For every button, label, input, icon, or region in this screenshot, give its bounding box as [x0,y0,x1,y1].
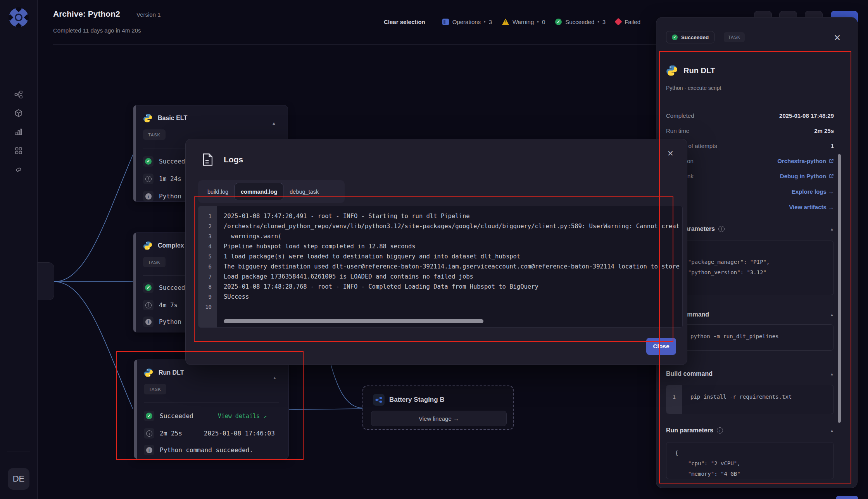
warning-icon [502,19,509,25]
detail-row-logs: LogsExplore logs → [666,188,834,195]
python-icon [143,241,152,250]
task-type-badge: TASK [143,257,166,267]
failed-icon [614,18,622,26]
log-line: 3 warnings.warn( [198,231,683,241]
task-title: Run DLT [159,369,184,376]
tab-build-log[interactable]: build.log [201,183,235,200]
succeeded-count: 3 [602,19,606,25]
card-divider [144,403,279,403]
explore-logs-link[interactable]: Explore logs → [792,188,834,195]
debug-link[interactable]: Debug in Python [780,173,834,179]
runtime-row: 1m 24s [143,174,181,184]
bottom-right-button-sliver[interactable] [836,496,858,499]
build-command-box: 1 pip install -r requirements.txt [666,385,834,414]
operations-count: 3 [489,19,492,25]
info-icon: i [144,445,154,455]
link-icon[interactable] [14,165,23,174]
log-line: 51 load package(s) were loaded to destin… [198,251,683,262]
check-icon: ✓ [672,34,678,40]
build-command-code: pip install -r requirements.txt [682,385,792,414]
status-row: ✓ Succeeded View details ↗ [144,411,279,421]
apps-grid-icon[interactable] [14,146,23,155]
detail-row-attempts: Number of attempts1 [666,142,834,150]
panel-task-title: Run DLT [683,66,715,75]
collapse-chevron-icon[interactable]: ▲ [830,428,834,433]
close-button[interactable]: Close [646,338,676,355]
card-accent-bar [133,233,136,332]
build-command-header: Build command ▲ [666,370,834,377]
log-line: 12025-01-08 17:47:20,491 - root - INFO -… [198,211,683,221]
edge-to-basic-elt [54,155,133,282]
collapse-chevron-icon[interactable]: ▲ [272,121,276,126]
collapse-chevron-icon[interactable]: ▲ [830,372,834,376]
page-title: Archive: Python2 [53,9,120,19]
run-parameters-code: { "cpu": "2 vCPU", "memory": "4 GB" [666,442,833,479]
log-line: 6The bigquery destination used dlt-user@… [198,262,683,272]
integration-link[interactable]: Orchestra-python [777,158,834,164]
collapse-chevron-icon[interactable]: ▲ [273,375,277,380]
view-details-link[interactable]: View details ↗ [218,413,267,420]
log-viewer: 12025-01-08 17:47:20,491 - root - INFO -… [198,206,683,328]
log-line: 7Load package 1736358441.6261005 is LOAD… [198,272,683,282]
version-label: Version 1 [136,11,161,18]
task-parameters-code: { "package_manager": "PIP", "python_vers… [666,241,833,288]
python-icon [143,114,152,123]
detail-row-runtime: Run time2m 25s [666,127,834,134]
log-line: 2/orchestra/cloned_python_repo/venv/lib/… [198,221,683,231]
horizontal-scrollbar[interactable] [224,319,483,323]
message-row: i Python command succeeded. [144,445,253,455]
modal-close-icon[interactable]: ✕ [667,149,674,158]
check-icon: ✓ [143,156,154,167]
orchestra-logo[interactable] [9,7,29,28]
succeeded-icon: ✓ [555,19,562,25]
sidebar-divider [7,451,30,451]
collapse-chevron-icon[interactable]: ▲ [830,227,834,231]
collapse-chevron-icon[interactable]: ▲ [830,313,834,317]
pipeline-card-battery-staging-b[interactable]: Battery Staging B View lineage → [362,385,514,430]
check-icon: ✓ [144,411,154,421]
logs-modal: Logs ✕ build.log command.log debug_task … [185,139,687,365]
view-artifacts-link[interactable]: View artifacts → [789,204,834,210]
check-icon: ✓ [143,282,154,293]
run-parameters-header: Run parametersi ▲ [666,427,834,434]
user-avatar[interactable]: DE [8,468,29,490]
view-lineage-button[interactable]: View lineage → [371,411,507,426]
info-icon: i [718,226,725,232]
python-icon [144,368,153,377]
page-subtitle: Completed 11 days ago in 4m 20s [53,27,141,34]
card-accent-bar [134,360,137,459]
stat-succeeded: ✓ Succeeded • 3 [555,19,606,25]
edge-rundlt-to-battery [289,409,362,410]
task-parameters-box: { "package_manager": "PIP", "python_vers… [666,241,834,295]
panel-scrollbar[interactable] [838,154,841,423]
detail-row-debug: Debug link Debug in Python [666,172,834,180]
info-icon: i [717,427,723,434]
run-parameters-box: { "cpu": "2 vCPU", "memory": "4 GB" [666,442,834,479]
detail-row-integration: Integration Orchestra-python [666,157,834,165]
task-card-run-dlt[interactable]: Run DLT ▲ TASK ✓ Succeeded View details … [134,360,289,459]
tab-debug-task[interactable]: debug_task [283,183,325,200]
clock-icon [143,300,154,310]
tab-command-log[interactable]: command.log [235,183,283,200]
task-type-badge: TASK [144,384,166,394]
external-link-icon [829,174,834,179]
line-number: 1 [666,385,682,414]
task-type-badge: TASK [724,32,745,42]
stat-failed: Failed [616,19,644,25]
info-icon: i [143,191,154,201]
task-title: Complex [158,242,184,249]
sidebar: DE [0,0,38,499]
log-line: 10 [198,302,683,312]
clock-icon [144,428,154,439]
panel-task-subtitle: Python - execute script [666,85,721,91]
clear-selection-button[interactable]: Clear selection [384,19,425,25]
pipeline-icon[interactable] [14,90,23,99]
task-type-badge: TASK [143,129,166,140]
close-icon[interactable]: ✕ [834,33,841,43]
run-command-code: python -m run_dlt_pipelines [682,325,779,350]
cube-icon[interactable] [14,109,23,117]
clock-icon [143,174,154,184]
document-icon [202,153,214,166]
python-icon [666,65,678,76]
chart-icon[interactable] [14,127,23,136]
